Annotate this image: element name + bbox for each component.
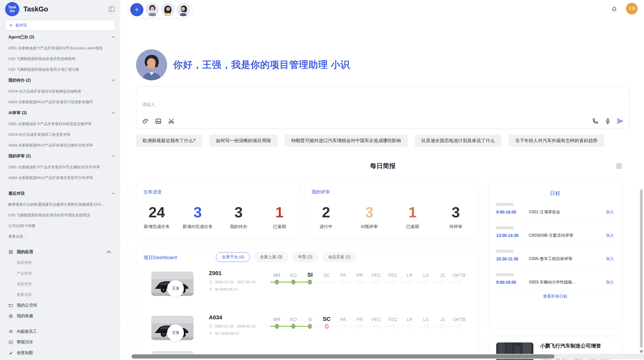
- project-flag-milestone: SI-2025-05-17: [209, 287, 255, 291]
- join-button[interactable]: 加入: [606, 280, 614, 285]
- sidebar-item-my-apps[interactable]: 我的应用: [0, 247, 120, 257]
- join-button[interactable]: 加入: [606, 256, 614, 262]
- sidebar-item-ai-super-staff[interactable]: AI超级员工: [0, 326, 120, 337]
- recent-chat-item[interactable]: C02-飞腾新能源轻客改款项目的闭环通告反馈情况: [0, 210, 120, 220]
- plus-icon: [9, 23, 13, 27]
- greeting-section: 你好，王强，我是你的项目管理助理 小识: [136, 49, 350, 80]
- app-item-change-mgmt[interactable]: 变更管理: [0, 279, 120, 289]
- milestone-dot: [291, 280, 295, 284]
- horizontal-scrollbar[interactable]: [131, 354, 644, 359]
- flag-icon: [209, 287, 213, 291]
- phone-icon[interactable]: [592, 118, 599, 125]
- milestone-dot: [457, 280, 461, 284]
- topbar: 王强: [120, 0, 644, 20]
- join-button[interactable]: 加入: [606, 233, 614, 238]
- chevron-up-icon: [112, 192, 115, 194]
- task-item[interactable]: C02-飞腾新能源轻客改款项目里程碑画布: [0, 53, 120, 64]
- project-owner-badge: 王强: [167, 324, 184, 341]
- join-button[interactable]: 加入: [606, 209, 614, 215]
- layout-grid-icon[interactable]: [616, 163, 622, 169]
- task-item[interactable]: Z001-全新燃油轻卡产品开发项目SI节点属性5D文件评审: [0, 162, 120, 172]
- view-all-chats[interactable]: 查看全部...: [0, 231, 120, 242]
- user-avatar[interactable]: 王强: [626, 3, 638, 14]
- daily-briefing-header: 每日简报: [136, 162, 630, 170]
- section-my-review[interactable]: 我的评审 (2): [0, 151, 120, 162]
- image-icon[interactable]: [155, 118, 162, 125]
- task-item[interactable]: A034-全新新能源MUV产品开发项目法规符合性评审: [0, 140, 120, 151]
- view-all-schedule[interactable]: 查看所有日程: [496, 294, 614, 299]
- recent-chat-item[interactable]: 公司Q3轻卡销量: [0, 220, 120, 231]
- tab-model-year[interactable]: 年型 (2): [292, 252, 318, 262]
- my-review-card: 我的评审 2 进行中 3 AI预评审 1 已逾期 3 待评审: [304, 183, 478, 238]
- add-agent-button[interactable]: [130, 3, 143, 16]
- app-item-product-mgmt[interactable]: 产品管理: [0, 268, 120, 279]
- task-item[interactable]: C0X4-动力总成开发项目SI里程碑提交物检查: [0, 86, 120, 97]
- section-ai-review[interactable]: AI评审 (3): [0, 107, 120, 118]
- dashboard-title: 项目Dashboard: [143, 254, 177, 261]
- scroll-down-arrow-icon[interactable]: [639, 350, 643, 353]
- folder-icon: [8, 303, 13, 308]
- section-recent-chats[interactable]: 最近对话: [0, 188, 120, 199]
- milestone-dot: [275, 324, 279, 329]
- milestone-dot: [457, 324, 461, 329]
- app-item-project-mgmt[interactable]: 项目管理: [0, 257, 120, 268]
- collapse-sidebar-icon[interactable]: [108, 6, 115, 13]
- notifications-bell-icon[interactable]: [611, 6, 618, 13]
- project-dashboard-card: 项目Dashboard 全新平台 (4) 全新上装 (3) 年型 (2) 动总开…: [136, 248, 478, 360]
- task-item[interactable]: Z001-全新燃油皮卡产品开发项目SI节点Lesson Learn报告: [0, 43, 120, 53]
- suggestion-chip[interactable]: 当下年轻人对汽车外观有怎样的喜好趋势: [508, 134, 604, 147]
- task-item[interactable]: C0X4-动力总成开发项目工程变更评审: [0, 129, 120, 140]
- chat-input[interactable]: [142, 102, 498, 107]
- chat-input-box: [136, 86, 630, 128]
- suggestion-chip[interactable]: 如何写一份清晰的项目周报: [209, 134, 277, 147]
- project-name: A034: [209, 314, 255, 321]
- new-chat-button[interactable]: 新对话: [5, 20, 115, 31]
- chevron-up-icon: [106, 250, 111, 254]
- milestone-dot: [275, 280, 279, 284]
- milestone-dot: [424, 324, 428, 329]
- suggestion-chip[interactable]: 欧洲新规最近颁布了什么?: [136, 134, 202, 147]
- scissors-icon[interactable]: [168, 118, 175, 125]
- vertical-scrollbar-thumb[interactable]: [640, 189, 643, 348]
- sidebar-item-creative-drawing[interactable]: 创意制图: [0, 348, 120, 358]
- milestone-dot: [291, 324, 295, 329]
- app-logo: Task Go: [5, 2, 19, 16]
- agent-avatar-group: [128, 1, 192, 18]
- milestone-dot: [424, 280, 428, 284]
- section-my-todo[interactable]: 我的待办 (2): [0, 75, 120, 86]
- project-flag-milestone: SC-2025-05-17: [209, 332, 255, 336]
- sidebar-item-help-me-write[interactable]: 帮我写作: [0, 337, 120, 348]
- attachment-icon[interactable]: [142, 118, 149, 125]
- horizontal-scrollbar-thumb[interactable]: [131, 354, 554, 358]
- sidebar-item-favorites[interactable]: 我的收藏: [0, 311, 120, 321]
- tab-platform[interactable]: 全新平台 (4): [216, 252, 250, 262]
- task-item[interactable]: A034-全新新能源MUV产品开发项目计划变更表编写: [0, 97, 120, 107]
- agent-avatar-icon[interactable]: [177, 3, 190, 16]
- sidebar-item-cloud-space[interactable]: 我的云空间: [0, 300, 120, 311]
- tab-upfit[interactable]: 全新上装 (3): [254, 252, 288, 262]
- tab-powertrain[interactable]: 动总开发 (1): [322, 252, 356, 262]
- send-icon[interactable]: [617, 118, 624, 125]
- task-item[interactable]: C02-飞腾新能源轻客改款项目立项汇报方案: [0, 64, 120, 75]
- schedule-event: 2025/03/11 9:00-10:00 X003-车辆动力学性能验... 加…: [496, 267, 614, 290]
- project-row[interactable]: 王强 A034 2023-12-19 ~ 2026-01-19 SC-2025-…: [136, 312, 477, 350]
- milestone-dot: [358, 324, 362, 329]
- mic-icon[interactable]: [604, 118, 611, 125]
- section-agent-done[interactable]: Agent已办 (3): [0, 32, 120, 43]
- view-all-apps[interactable]: 查看全部...: [0, 289, 120, 300]
- milestone-dot: [374, 324, 378, 329]
- stat: 1 已逾期: [391, 197, 434, 237]
- agent-avatar-icon[interactable]: [161, 3, 174, 16]
- milestone-dot: [441, 324, 445, 329]
- suggestion-chip[interactable]: 比亚迪全固态电池计划具体说了什么: [415, 134, 501, 147]
- milestone-dot: [407, 324, 411, 329]
- task-item[interactable]: Z001-全新燃油轻卡产品开发项目SI造型提交物评审: [0, 118, 120, 129]
- task-item[interactable]: A034-全新新能源MUV产品开发项目造型可行性评审: [0, 172, 120, 183]
- recent-chat-item[interactable]: 解释最新出台的欧盟报废车法规再生塑料比例被调至15%...: [0, 199, 120, 210]
- agent-avatar-icon[interactable]: [146, 3, 159, 16]
- card-title: 我的评审: [312, 189, 330, 195]
- project-row[interactable]: 王强 Z001 2023-12-19 ~ 2027-01-19 SI-2025-…: [136, 268, 477, 306]
- suggestion-chip[interactable]: 特朗普可能对进口汽车增税会对中国车企造成哪些影响: [285, 134, 408, 147]
- divider: [0, 324, 120, 324]
- stat: 2 进行中: [304, 197, 348, 237]
